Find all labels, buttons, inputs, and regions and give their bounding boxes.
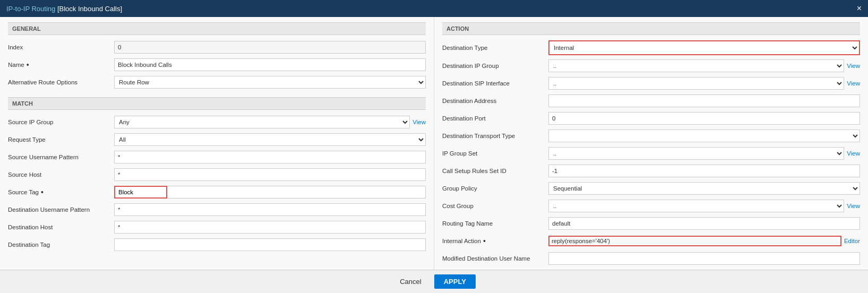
app-name: IP-to-IP Routing: [6, 5, 55, 13]
modified-dest-username-input[interactable]: [548, 252, 860, 265]
rule-name: [Block Inbound Calls]: [57, 5, 122, 13]
request-type-select[interactable]: All: [114, 133, 426, 146]
dest-sip-interface-select[interactable]: ..: [548, 77, 844, 90]
internal-action-label: Internal Action •: [442, 237, 548, 245]
source-tag-label: Source Tag •: [8, 188, 114, 196]
dest-username-pattern-label: Destination Username Pattern: [8, 206, 114, 213]
ip-group-set-control: .. View: [548, 147, 860, 160]
general-section-header: GENERAL: [8, 22, 426, 35]
index-row: Index: [8, 40, 426, 54]
cost-group-control: .. View: [548, 200, 860, 212]
source-username-pattern-row: Source Username Pattern: [8, 150, 426, 164]
dest-port-input[interactable]: [548, 112, 860, 125]
internal-action-editor-link[interactable]: Editor: [844, 238, 860, 244]
dest-ip-group-select[interactable]: ..: [548, 59, 844, 72]
name-input[interactable]: [114, 58, 426, 71]
dest-tag-row: Destination Tag: [8, 238, 426, 252]
dest-host-label: Destination Host: [8, 224, 114, 230]
ip-group-set-view-link[interactable]: View: [847, 150, 860, 157]
cost-group-row: Cost Group .. View: [442, 199, 860, 213]
request-type-row: Request Type All: [8, 133, 426, 146]
dest-port-row: Destination Port: [442, 111, 860, 125]
name-required-dot: •: [27, 61, 29, 68]
main-container: GENERAL Index Name • Alternative Route O…: [0, 17, 868, 270]
dest-tag-input[interactable]: [114, 238, 426, 251]
request-type-label: Request Type: [8, 136, 114, 143]
group-policy-label: Group Policy: [442, 185, 548, 192]
routing-tag-name-label: Routing Tag Name: [442, 220, 548, 227]
source-ip-group-label: Source IP Group: [8, 119, 114, 125]
source-tag-field-wrapper: [114, 186, 426, 199]
modified-dest-username-label: Modified Destination User Name: [442, 255, 548, 262]
alt-route-row: Alternative Route Options Route Row: [8, 75, 426, 89]
dest-type-wrapper: Internal External: [548, 40, 860, 55]
dest-type-label: Destination Type: [442, 45, 548, 51]
source-tag-input[interactable]: [114, 186, 167, 199]
cost-group-view-link[interactable]: View: [847, 203, 860, 209]
group-policy-row: Group Policy Sequential: [442, 182, 860, 195]
match-section-header: MATCH: [8, 97, 426, 110]
dest-address-label: Destination Address: [442, 98, 548, 104]
ip-group-set-label: IP Group Set: [442, 150, 548, 157]
internal-action-row: Internal Action • reply(response='404') …: [442, 234, 860, 248]
close-icon[interactable]: ×: [857, 4, 862, 13]
left-panel: GENERAL Index Name • Alternative Route O…: [0, 17, 434, 270]
index-label: Index: [8, 44, 114, 50]
source-ip-group-row: Source IP Group Any View: [8, 115, 426, 129]
action-section: ACTION Destination Type Internal Externa…: [442, 22, 860, 265]
dest-transport-type-select[interactable]: [548, 130, 860, 142]
group-policy-select[interactable]: Sequential: [548, 182, 860, 195]
dest-address-row: Destination Address: [442, 94, 860, 108]
dest-username-pattern-input[interactable]: [114, 203, 426, 216]
dest-sip-interface-control: .. View: [548, 77, 860, 90]
dest-transport-type-label: Destination Transport Type: [442, 133, 548, 139]
dest-sip-interface-row: Destination SIP Interface .. View: [442, 76, 860, 90]
dest-sip-interface-label: Destination SIP Interface: [442, 80, 548, 87]
name-row: Name •: [8, 58, 426, 72]
internal-action-wrapper: reply(response='404'): [548, 236, 841, 246]
name-label-text: Name: [8, 62, 24, 68]
source-ip-group-view-link[interactable]: View: [412, 119, 426, 125]
dest-ip-group-label: Destination IP Group: [442, 63, 548, 69]
source-ip-group-select[interactable]: Any: [114, 116, 410, 128]
dest-ip-group-row: Destination IP Group .. View: [442, 59, 860, 73]
source-tag-label-text: Source Tag: [8, 189, 39, 195]
source-host-input[interactable]: [114, 168, 426, 181]
dest-tag-label: Destination Tag: [8, 242, 114, 248]
internal-action-value: reply(response='404'): [549, 237, 840, 245]
general-section: GENERAL Index Name • Alternative Route O…: [8, 22, 426, 89]
dest-username-pattern-row: Destination Username Pattern: [8, 203, 426, 217]
cost-group-label: Cost Group: [442, 203, 548, 209]
title-bar: IP-to-IP Routing [Block Inbound Calls] ×: [0, 0, 868, 17]
dest-ip-group-view-link[interactable]: View: [847, 63, 860, 69]
routing-tag-name-input[interactable]: [548, 217, 860, 230]
index-input[interactable]: [114, 41, 426, 54]
internal-action-required-dot: •: [483, 237, 486, 245]
call-setup-rules-row: Call Setup Rules Set ID: [442, 164, 860, 178]
cancel-button[interactable]: Cancel: [392, 274, 428, 289]
dest-address-input[interactable]: [548, 94, 860, 107]
source-tag-extra: [167, 186, 426, 199]
routing-tag-name-row: Routing Tag Name: [442, 217, 860, 230]
dest-host-input[interactable]: [114, 221, 426, 234]
dest-ip-group-control: .. View: [548, 59, 860, 72]
apply-button[interactable]: APPLY: [434, 274, 476, 289]
source-username-pattern-label: Source Username Pattern: [8, 154, 114, 160]
dest-type-select[interactable]: Internal External: [549, 41, 859, 54]
source-username-pattern-input[interactable]: [114, 151, 426, 163]
source-ip-group-control: Any View: [114, 116, 426, 128]
name-label: Name •: [8, 61, 114, 68]
dest-host-row: Destination Host: [8, 220, 426, 234]
ip-group-set-select[interactable]: ..: [548, 147, 844, 160]
source-host-label: Source Host: [8, 171, 114, 178]
alt-route-select[interactable]: Route Row: [114, 76, 426, 89]
source-tag-required-dot: •: [41, 188, 44, 196]
cost-group-select[interactable]: ..: [548, 200, 844, 212]
modified-dest-username-row: Modified Destination User Name: [442, 252, 860, 265]
internal-action-label-text: Internal Action: [442, 238, 481, 244]
dest-type-row: Destination Type Internal External: [442, 40, 860, 55]
dest-transport-type-row: Destination Transport Type: [442, 129, 860, 143]
dest-sip-interface-view-link[interactable]: View: [847, 80, 860, 87]
call-setup-rules-input[interactable]: [548, 165, 860, 177]
footer: Cancel APPLY: [0, 270, 868, 293]
